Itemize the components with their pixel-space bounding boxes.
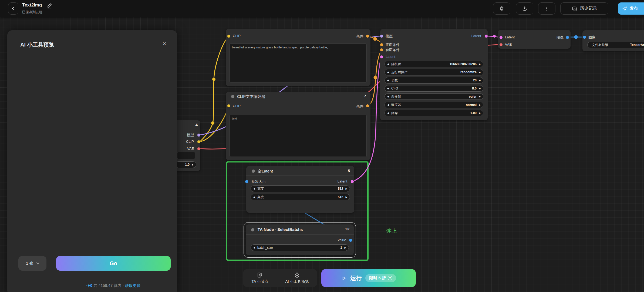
node-clip-encoder[interactable]: CLIP文本编码器 7 CLIP 条件 text [226,92,370,160]
arrow-left-icon[interactable]: ◀ [251,187,257,190]
node-title: TA Node - SelectBatchs [258,227,303,232]
arrow-left-icon[interactable]: ◀ [385,95,391,98]
paper-plane-icon [622,6,627,11]
widget-value: 156680208700286 [450,62,477,66]
arrow-right-icon[interactable]: ▶ [190,163,196,166]
node-sampler[interactable]: 模型 正面条件 负面条件 Latent Latent ◀ 随机种 1566802… [380,29,488,120]
port-negative-in[interactable] [380,48,383,51]
port-image-in[interactable] [583,36,586,39]
port-vae-in[interactable] [500,43,503,46]
widget-label: CFG [391,87,472,90]
port-cond-out[interactable] [366,35,369,38]
node-badge: 12 [345,227,349,231]
port-label-model: 模型 [187,133,194,138]
port-clip-in[interactable] [227,35,230,38]
history-button[interactable]: 历史记录 [560,2,608,15]
widget-denoise[interactable]: ◀ 降噪 1.00 ▶ [385,110,483,116]
port-model-out[interactable] [197,134,200,137]
port-model-in[interactable] [380,35,383,38]
widget-value: 8.0 [472,87,477,90]
port-vae-out[interactable] [197,147,200,150]
arrow-right-icon[interactable]: ▶ [343,196,350,198]
node-title-bar[interactable]: TA Node - SelectBatchs 12 [246,224,354,235]
arrow-left-icon[interactable]: ◀ [385,112,391,114]
edit-title-icon[interactable] [46,3,52,9]
port-latent-in[interactable] [500,36,503,39]
widget-scheduler[interactable]: ◀ 调度器 normal ▶ [385,102,483,108]
arrow-right-icon[interactable]: ▶ [477,104,483,106]
encoder-textarea[interactable]: text [230,115,367,157]
widget-sampler[interactable]: ◀ 采样器 euler ▶ [385,93,483,100]
node-save-image[interactable]: 图像 文件名前缀 TensorArt [582,30,644,51]
arrow-left-icon[interactable]: ◀ [385,63,391,65]
question-circle-icon[interactable]: ? [388,276,392,280]
port-latent-out[interactable] [351,180,354,183]
go-button[interactable]: Go [56,256,171,271]
node-title-bar[interactable]: CLIP文本编码器 7 [226,92,370,101]
arrow-right-icon[interactable]: ▶ [342,246,349,249]
arrow-right-icon[interactable]: ▶ [477,112,483,114]
arrow-right-icon[interactable]: ▶ [343,187,350,190]
widget-filename-prefix[interactable]: 文件名前缀 TensorArt [587,42,644,48]
port-latent-in[interactable] [380,55,383,58]
widget-seed[interactable]: ◀ 随机种 156680208700286 ▶ [385,61,483,67]
arrow-left-icon[interactable]: ◀ [385,79,391,82]
port-clip-in[interactable] [227,104,230,107]
port-clip-out[interactable] [197,140,200,143]
ta-node-button[interactable]: TA 小节点 [251,272,268,284]
arrow-right-icon[interactable]: ▶ [477,63,483,65]
node-title-bar[interactable]: 空Latent 5 [246,166,354,176]
node-vae-decode[interactable]: Latent VAE 图像 [498,30,571,49]
arrow-left-icon[interactable]: ◀ [385,71,391,74]
credits-count: 0 [90,283,92,288]
arrow-left-icon[interactable]: ◀ [385,87,391,90]
widget-value: 1.00 [470,111,477,115]
chevron-left-icon [12,7,15,10]
node-empty-latent[interactable]: 空Latent 5 批次大小 Latent ◀ 宽度 512 ▶ ◀ 高度 51… [246,166,354,213]
history-images-icon [572,6,578,12]
port-value-out[interactable] [349,239,352,242]
arrow-right-icon[interactable]: ▶ [477,95,483,98]
ai-preview-button[interactable]: AI 小工具预览 [285,272,309,284]
download-button[interactable] [516,2,533,15]
prompt-textarea[interactable]: beautiful scenery nature glass bottle la… [230,44,367,82]
loader-widget[interactable]: 1.0 ▶ [175,161,196,168]
discount-label: 限时 5 折 [369,276,386,281]
widget-width[interactable]: ◀ 宽度 512 ▶ [251,185,350,192]
node-ta-selectbatchs[interactable]: TA Node - SelectBatchs 12 value ◀ batch_… [246,224,354,255]
port-latent-out[interactable] [485,35,488,38]
loader-textbox[interactable] [177,152,195,159]
port-label-positive: 正面条件 [386,42,400,47]
port-cond-out[interactable] [366,104,369,107]
close-icon[interactable]: × [163,40,166,48]
arrow-left-icon[interactable]: ◀ [251,196,257,198]
widget-batch-size[interactable]: ◀ batch_size 1 ▶ [251,244,349,251]
port-positive-in[interactable] [380,43,383,46]
widget-label: 采样器 [391,94,469,99]
node-prompt-encoder[interactable]: CLIP 条件 beautiful scenery nature glass b… [226,29,370,86]
gauge-icon [294,272,300,278]
arrow-right-icon[interactable]: ▶ [477,71,483,74]
reroute-dot [211,121,214,125]
image-count-value: 1 张 [26,261,33,266]
widget-after-run[interactable]: ◀ 运行后操作 randomize ▶ [385,69,483,75]
port-batch-in[interactable] [245,180,248,183]
node-badge: 7 [364,94,366,98]
more-options-button[interactable] [538,2,555,15]
arrow-left-icon[interactable]: ◀ [385,104,391,106]
credits-more-link[interactable]: 获取更多 [125,283,141,288]
run-button[interactable]: 运行 限时 5 折 ? [321,269,416,287]
arrow-right-icon[interactable]: ▶ [477,87,483,90]
port-image-out[interactable] [566,36,569,39]
reroute-dot [373,37,377,41]
widget-cfg[interactable]: ◀ CFG 8.0 ▶ [385,85,483,92]
back-button[interactable] [8,2,18,15]
port-label-clip: CLIP [186,140,194,144]
arrow-left-icon[interactable]: ◀ [251,246,257,249]
publish-button[interactable]: 发布 [618,2,644,15]
image-count-select[interactable]: 1 张 [18,256,46,271]
arrow-right-icon[interactable]: ▶ [477,79,483,82]
clear-canvas-button[interactable] [493,2,510,15]
widget-steps[interactable]: ◀ 步数 20 ▶ [385,77,483,84]
widget-height[interactable]: ◀ 高度 512 ▶ [251,194,350,200]
